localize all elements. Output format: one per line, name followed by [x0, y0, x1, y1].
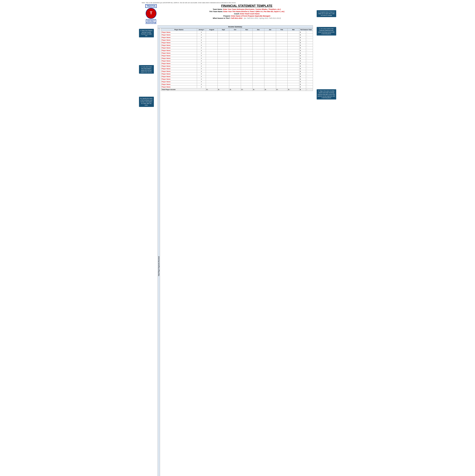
player-row[interactable]: Player Name#$ -	[161, 70, 313, 73]
callout-5: 5. Stay in the same monthly column and e…	[317, 89, 336, 100]
tha-name-line: THA Team Name: Enter Your THA Name-Divis…	[160, 11, 334, 13]
player-row[interactable]: Player Name#$ -	[161, 86, 313, 88]
player-payments-label: Total Player Payments Received	[158, 28, 160, 476]
callout-2: 2. Enter Your Players and their Jersey N…	[139, 29, 154, 37]
callout-4: 4. Go to the month of the Financial Stat…	[317, 27, 336, 35]
association-text: ASSOCIATION	[142, 23, 160, 24]
logo-image: T	[145, 8, 157, 19]
player-row[interactable]: Player Name#$ -	[161, 81, 313, 83]
player-row[interactable]: Player Name#$ -	[161, 34, 313, 36]
player-row[interactable]: Player Name#$ -	[161, 65, 313, 68]
season-line: What Season Is This?: Fall 2011-2012 (ex…	[160, 17, 334, 19]
col-feb: Feb	[276, 28, 288, 31]
player-row[interactable]: Player Name#$ -	[161, 41, 313, 44]
title-area: FINANCIAL STATEMENT TEMPLATE Team Name: …	[160, 4, 334, 19]
coach-line: Coach: Enter Head Coach Name	[160, 13, 334, 15]
player-income-table: Player Names Jersey # August Sept Oct No…	[161, 28, 313, 91]
player-row[interactable]: Player Name#$ -	[161, 68, 313, 70]
callout-3: 3. If you don't have this many players d…	[139, 65, 154, 74]
col-mar: Mar	[288, 28, 299, 31]
logo-area: TRENTON T HOCKEY ASSOCIATION	[142, 4, 160, 24]
player-row[interactable]: Player Name#$ -	[161, 39, 313, 41]
main-title: FINANCIAL STATEMENT TEMPLATE	[160, 4, 334, 8]
player-row[interactable]: Player Name#$ -	[161, 73, 313, 75]
col-dec: Dec	[252, 28, 264, 31]
callout-5b: 5b. Specify the name of the fundraiser a…	[139, 97, 154, 107]
player-row[interactable]: Player Name#$ -	[161, 78, 313, 81]
total-player-income-row: Total Player Income $ - $ - $ - $ - $ - …	[161, 88, 313, 91]
player-row[interactable]: Player Name#$ -	[161, 52, 313, 54]
player-row[interactable]: Player Name#$ -	[161, 57, 313, 60]
logo-text: TRENTON	[145, 4, 157, 8]
col-fall-total: Fall Season Total	[299, 28, 313, 31]
top-note: Note: This is the worksheet you will ENT…	[142, 2, 334, 3]
col-jersey: Jersey #	[197, 28, 206, 31]
col-player-names: Player Names	[161, 28, 197, 31]
player-row[interactable]: Player Name#$ -	[161, 54, 313, 57]
player-row[interactable]: Player Name#$ -	[161, 62, 313, 65]
player-row[interactable]: Player Name#$ -	[161, 75, 313, 78]
col-august: August	[206, 28, 217, 31]
col-oct: Oct	[229, 28, 241, 31]
preparer-line: Preparer: Enter Name of Form Preparer (t…	[160, 15, 334, 17]
player-row[interactable]: Player Name#$ -	[161, 60, 313, 62]
col-nov: Nov	[241, 28, 253, 31]
hockey-text: HOCKEY	[146, 19, 156, 23]
callout-1: 1. Complete these 5 lines on initial use…	[317, 10, 336, 17]
player-row[interactable]: Player Name#$ -	[161, 83, 313, 86]
player-row[interactable]: Player Name#$ -	[161, 44, 313, 47]
col-sept: Sept	[217, 28, 229, 31]
col-jan: Jan	[264, 28, 276, 31]
income-summary-header: Income Summary	[158, 25, 313, 28]
player-row[interactable]: Player Name#$ -	[161, 36, 313, 39]
player-row[interactable]: Player Name#$ -	[161, 31, 313, 34]
svg-text:T: T	[150, 11, 152, 15]
player-row[interactable]: Player Name#$ -	[161, 49, 313, 52]
team-name-line: Team Name: Enter Your Team Nickname (Hur…	[160, 8, 334, 10]
player-row[interactable]: Player Name#$ -	[161, 47, 313, 49]
